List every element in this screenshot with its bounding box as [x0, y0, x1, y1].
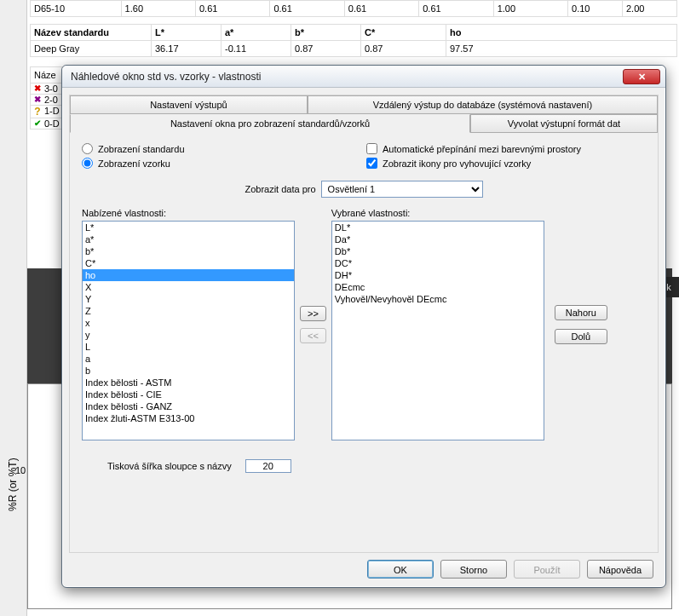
print-width-input[interactable] [245, 459, 291, 473]
tab-outputs[interactable]: Nastavení výstupů [70, 95, 308, 114]
list-item[interactable]: DC* [332, 257, 544, 269]
list-item[interactable]: Index žluti-ASTM E313-00 [83, 412, 294, 424]
showdata-select[interactable]: Osvětlení 1 [321, 181, 483, 198]
list-item[interactable]: Index bělosti - CIE [83, 389, 294, 400]
list-item[interactable]: Vyhověl/Nevyhověl DEcmc [332, 293, 544, 305]
list-item[interactable]: DH* [332, 269, 544, 281]
list-item[interactable]: Index bělosti - ASTM [83, 377, 294, 389]
radio-standard-input[interactable] [82, 143, 93, 154]
list-item[interactable]: y [83, 329, 294, 341]
list-item[interactable]: Y [83, 293, 294, 305]
check-auto-switch[interactable]: Automatické přepínání mezi barevnými pro… [366, 143, 646, 154]
list-item[interactable]: Da* [332, 233, 544, 245]
move-down-button[interactable]: Dolů [555, 329, 607, 344]
status-icon: ? [31, 106, 44, 118]
check-auto-switch-input[interactable] [366, 143, 377, 154]
radio-sample[interactable]: Zobrazení vzorku [82, 158, 361, 169]
status-icon: ✔ [31, 118, 44, 129]
tab-panel: Zobrazení standardu Zobrazení vzorku Aut… [70, 133, 658, 483]
tab-window-settings[interactable]: Nastavení okna pro zobrazení standardů/v… [70, 114, 470, 133]
list-item[interactable]: DL* [332, 222, 544, 233]
dialog-title: Náhledové okno std vs. vzorky - vlastnos… [71, 71, 623, 83]
list-item[interactable]: DEcmc [332, 281, 544, 293]
bg-left-strip [0, 0, 27, 616]
list-item[interactable]: b [83, 365, 294, 377]
list-item[interactable]: L* [83, 222, 294, 233]
status-icon: ✖ [31, 95, 44, 105]
check-show-icons-input[interactable] [366, 158, 377, 169]
offered-listbox[interactable]: L*a*b*C*hoXYZxyLabIndex bělosti - ASTMIn… [82, 221, 295, 440]
dialog-client-area: Nastavení výstupů Vzdálený výstup do dat… [69, 95, 659, 553]
list-item[interactable]: ho [83, 269, 294, 281]
radio-standard[interactable]: Zobrazení standardu [82, 143, 361, 154]
list-item[interactable]: a [83, 353, 294, 365]
bg-table-1: D65-10 1.60 0.61 0.61 0.61 0.61 1.00 0.1… [30, 0, 677, 17]
print-width-label: Tisková šířka sloupce s názvy [107, 461, 232, 471]
check-show-icons[interactable]: Zobrazit ikony pro vyhovující vzorky [366, 158, 646, 169]
status-icon: ✖ [31, 83, 44, 94]
apply-button[interactable]: Použít [514, 560, 580, 579]
showdata-label: Zobrazit data pro [245, 184, 315, 194]
radio-sample-input[interactable] [82, 158, 93, 169]
list-item[interactable]: Index bělosti - GANZ [83, 400, 294, 412]
dialog-buttons: OK Storno Použít Nápověda [367, 560, 653, 579]
list-item[interactable]: a* [83, 233, 294, 245]
list-item[interactable]: b* [83, 245, 294, 257]
list-item[interactable]: X [83, 281, 294, 293]
list-item[interactable]: Db* [332, 245, 544, 257]
remove-button[interactable]: << [300, 328, 326, 343]
list-item[interactable]: C* [83, 257, 294, 269]
ok-button[interactable]: OK [367, 560, 434, 579]
bg-table-2: Název standardu L* a* b* C* ho Deep Gray… [30, 24, 677, 57]
bg-plot-ylabel: %R (or %T) [7, 458, 19, 511]
offered-label: Nabízené vlastnosti: [82, 208, 295, 218]
close-button[interactable]: ✕ [623, 69, 660, 84]
dialog-titlebar[interactable]: Náhledové okno std vs. vzorky - vlastnos… [62, 66, 665, 88]
properties-dialog: Náhledové okno std vs. vzorky - vlastnos… [61, 65, 666, 588]
selected-label: Vybrané vlastnosti: [331, 208, 544, 218]
selected-listbox[interactable]: DL*Da*Db*DC*DH*DEcmcVyhověl/Nevyhověl DE… [331, 221, 544, 440]
close-icon: ✕ [638, 72, 646, 82]
add-button[interactable]: >> [300, 306, 326, 321]
bg-t1-name: D65-10 [31, 1, 122, 17]
help-button[interactable]: Nápověda [587, 560, 653, 579]
tab-row-top: Nastavení výstupů Vzdálený výstup do dat… [70, 95, 658, 114]
tab-row-bottom: Nastavení okna pro zobrazení standardů/v… [70, 114, 658, 133]
move-up-button[interactable]: Nahoru [555, 305, 607, 320]
list-item[interactable]: x [83, 317, 294, 329]
tab-invoke-format[interactable]: Vyvolat výstupní formát dat [470, 114, 658, 133]
list-item[interactable]: Z [83, 305, 294, 317]
list-item[interactable]: L [83, 341, 294, 353]
tab-remote-db[interactable]: Vzdálený výstup do databáze (systémová n… [308, 95, 658, 114]
cancel-button[interactable]: Storno [440, 560, 507, 579]
